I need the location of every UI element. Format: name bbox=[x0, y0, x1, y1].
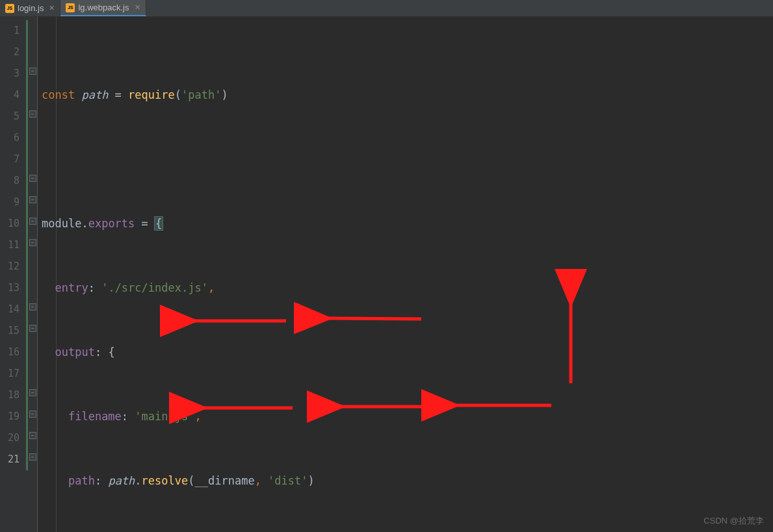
fold-icon[interactable]: − bbox=[29, 389, 36, 396]
fold-icon[interactable]: − bbox=[29, 303, 36, 310]
fold-icon[interactable]: − bbox=[29, 411, 36, 418]
fold-icon[interactable]: − bbox=[29, 196, 36, 203]
fold-icon[interactable]: − bbox=[29, 218, 36, 225]
fold-icon[interactable]: − bbox=[29, 432, 36, 439]
tab-login[interactable]: JS login.js ✕ bbox=[0, 0, 60, 16]
js-file-icon: JS bbox=[66, 3, 75, 12]
watermark: CSDN @拾荒李 bbox=[703, 515, 764, 527]
tab-label: login.js bbox=[18, 3, 44, 13]
fold-gutter: − − − − − − − − − − − − bbox=[29, 17, 38, 532]
fold-icon[interactable]: − bbox=[29, 325, 36, 332]
tab-webpack[interactable]: JS lg.webpack.js ✕ bbox=[60, 0, 146, 16]
line-gutter: 1 2 3 4 5 6 7 8 9 10 11 12 13 14 15 16 1… bbox=[0, 17, 29, 532]
fold-icon[interactable]: − bbox=[29, 175, 36, 182]
code-area[interactable]: const path = require('path') module.expo… bbox=[38, 17, 773, 532]
tab-bar: JS login.js ✕ JS lg.webpack.js ✕ bbox=[0, 0, 773, 17]
fold-icon[interactable]: − bbox=[29, 239, 36, 246]
close-icon[interactable]: ✕ bbox=[135, 3, 140, 12]
js-file-icon: JS bbox=[5, 4, 14, 13]
close-icon[interactable]: ✕ bbox=[49, 4, 55, 12]
fold-icon[interactable]: − bbox=[29, 68, 36, 75]
fold-icon[interactable]: − bbox=[29, 453, 36, 461]
editor: 1 2 3 4 5 6 7 8 9 10 11 12 13 14 15 16 1… bbox=[0, 17, 773, 532]
change-marker bbox=[26, 20, 28, 470]
fold-icon[interactable]: − bbox=[29, 110, 36, 118]
tab-label: lg.webpack.js bbox=[78, 3, 129, 12]
